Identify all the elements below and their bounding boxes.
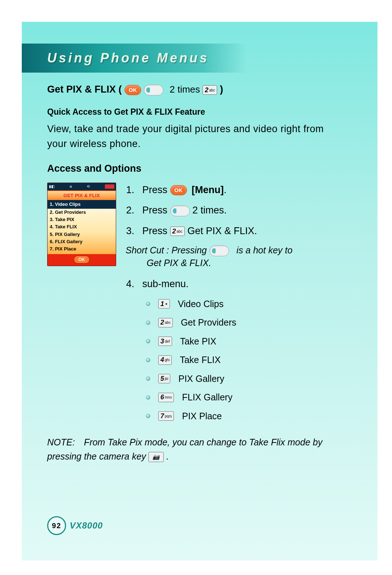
key-7pqrs-icon: 7pqrs (158, 411, 174, 421)
key-1-icon: 1✦ (158, 299, 170, 309)
step-text: Press (142, 225, 170, 236)
bullet-icon (146, 321, 150, 325)
nav-right-icon (209, 245, 229, 256)
phone-menu-item: 6. FLIX Gallery (50, 238, 114, 245)
step-text: 2 times. (192, 205, 227, 216)
step-text: Press (142, 184, 170, 195)
camera-key-icon: 📷 (148, 452, 164, 462)
steps-column: 1. Press OK [Menu]. 2. Press 2 times. 3. (126, 183, 293, 428)
battery-icon (105, 184, 114, 189)
phone-menu-item: 5. PIX Gallery (50, 231, 114, 238)
step-text: Press (142, 205, 170, 216)
bluetooth-icon: ⧈ (70, 184, 72, 189)
page-footer: 92 VX8000 (47, 516, 103, 535)
phone-status-bar: ▮◧ ⧈ ⟲ (48, 183, 116, 190)
phone-menu-item: 3. Take PIX (50, 216, 114, 223)
step-number: 2. (126, 203, 134, 218)
key-6mno-icon: 6mno (158, 393, 174, 402)
submenu-list: 1✦ Video Clips 2abc Get Providers 3def T… (146, 297, 293, 423)
feature-name: Get PIX & FLIX ( (47, 84, 122, 95)
bullet-icon (146, 395, 150, 400)
submenu-item: 3def Take PIX (146, 335, 293, 348)
signal-icon: ▮◧ (49, 184, 54, 189)
chapter-title-bar: Using Phone Menus (22, 44, 247, 73)
submenu-label: Video Clips (178, 297, 224, 311)
access-options-heading: Access and Options (47, 161, 341, 176)
page-number: 92 (47, 516, 66, 535)
submenu-label: PIX Place (182, 409, 222, 423)
content-area: Get PIX & FLIX ( OK 2 times 2abc ) Quick… (47, 80, 341, 464)
key-2abc-icon: 2abc (203, 85, 217, 95)
shortcut-note: Short Cut : Pressing is a hot key to Get… (126, 244, 293, 269)
close-paren: ) (220, 84, 223, 95)
phone-softkey-bar: OK (48, 254, 116, 266)
bullet-icon (146, 414, 150, 418)
submenu-label: FLIX Gallery (182, 391, 232, 404)
phone-ok-softkey: OK (74, 256, 90, 264)
phone-menu-item: 7. PIX Place (50, 245, 114, 253)
submenu-item: 6mno FLIX Gallery (146, 391, 293, 404)
submenu-item: 4ghi Take FLIX (146, 353, 293, 367)
step-text: sub-menu. (142, 277, 293, 291)
phone-menu-list: 1. Video Clips 2. Get Providers 3. Take … (48, 200, 116, 254)
submenu-label: PIX Gallery (178, 372, 224, 386)
phone-menu-item: 2. Get Providers (50, 209, 114, 216)
nav-right-icon (144, 85, 163, 95)
submenu-item: 2abc Get Providers (146, 316, 293, 330)
step-2: 2. Press 2 times. (126, 203, 293, 218)
submenu-label: Take FLIX (180, 353, 221, 367)
step-4: 4. sub-menu. (126, 277, 293, 291)
note-text: From Take Pix mode, you can change to Ta… (47, 437, 322, 461)
phone-menu-title: GET PIX & FLIX (48, 190, 116, 200)
key-2abc-icon: 2abc (158, 318, 173, 327)
step-1: 1. Press OK [Menu]. (126, 183, 293, 197)
submenu-label: Take PIX (180, 335, 216, 348)
submenu-item: 1✦ Video Clips (146, 297, 293, 311)
nav-right-icon (170, 205, 190, 216)
model-label: VX8000 (70, 521, 103, 531)
page-note: NOTE: From Take Pix mode, you can change… (47, 435, 341, 464)
step-3: 3. Press 2abc Get PIX & FLIX. (126, 224, 293, 238)
note-label: NOTE: (47, 437, 75, 447)
bullet-icon (146, 339, 150, 343)
phone-menu-item: 1. Video Clips (48, 200, 116, 209)
chapter-title: Using Phone Menus (47, 50, 209, 66)
step-number: 4. (126, 277, 134, 291)
times-text: 2 times (170, 84, 200, 95)
quick-access-heading: Quick Access to Get PIX & FLIX Feature (47, 106, 341, 118)
key-5jkl-icon: 5jkl (158, 374, 170, 383)
step-number: 1. (126, 183, 134, 197)
sync-icon: ⟲ (87, 184, 90, 189)
bullet-icon (146, 358, 150, 362)
menu-label: [Menu] (192, 184, 224, 195)
ok-icon: OK (170, 185, 187, 195)
step-number: 3. (126, 224, 134, 238)
submenu-label: Get Providers (181, 316, 236, 330)
step-text: Get PIX & FLIX. (187, 225, 257, 236)
submenu-item: 5jkl PIX Gallery (146, 372, 293, 386)
bullet-icon (146, 376, 150, 381)
key-2abc-icon: 2abc (170, 227, 185, 236)
phone-menu-item: 4. Take FLIX (50, 223, 114, 231)
feature-heading-line: Get PIX & FLIX ( OK 2 times 2abc ) (47, 82, 341, 97)
phone-screenshot: ▮◧ ⧈ ⟲ GET PIX & FLIX 1. Video Clips 2. … (47, 183, 116, 266)
ok-icon: OK (124, 85, 141, 95)
bullet-icon (146, 302, 150, 306)
feature-description: View, take and trade your digital pictur… (47, 122, 341, 151)
submenu-item: 7pqrs PIX Place (146, 409, 293, 423)
key-3def-icon: 3def (158, 337, 172, 346)
key-4ghi-icon: 4ghi (158, 355, 172, 365)
